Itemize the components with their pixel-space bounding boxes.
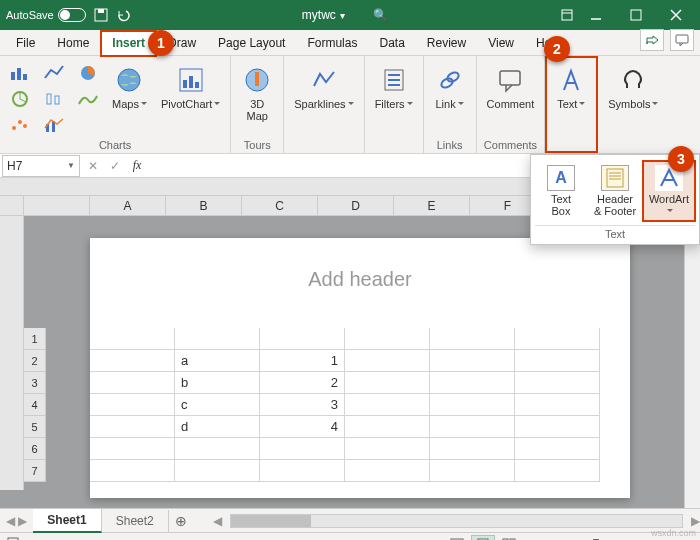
chevron-down-icon[interactable]: ▼ [67,161,75,170]
cell[interactable] [345,416,430,438]
cell[interactable]: 4 [260,416,345,438]
normal-view-button[interactable] [445,535,469,541]
col-header[interactable]: C [242,196,318,216]
cell[interactable] [345,438,430,460]
cell[interactable] [90,438,175,460]
row-header[interactable]: 1 [24,328,46,350]
tab-home[interactable]: Home [47,32,99,55]
cell[interactable]: 1 [260,350,345,372]
tab-data[interactable]: Data [369,32,414,55]
cell[interactable] [260,438,345,460]
filters-button[interactable]: Filters [371,62,417,112]
3dmap-button[interactable]: 3D Map [237,62,277,124]
comment-button[interactable]: Comment [483,62,539,112]
cell[interactable]: 3 [260,394,345,416]
cell[interactable]: c [175,394,260,416]
sparklines-button[interactable]: Sparklines [290,62,357,112]
sheet-tab[interactable]: Sheet2 [102,510,169,532]
minimize-button[interactable] [578,1,614,29]
cell[interactable] [345,460,430,482]
share-button[interactable] [640,29,664,51]
cell[interactable] [430,350,515,372]
chart-combo-icon[interactable] [40,114,68,136]
save-icon[interactable] [94,8,108,22]
cell[interactable] [90,328,175,350]
chart-statistic-icon[interactable] [40,88,68,110]
link-button[interactable]: Link [430,62,470,112]
row-header[interactable]: 6 [24,438,46,460]
cell[interactable] [515,394,600,416]
tab-scroll-left-icon[interactable]: ◀ [213,514,222,528]
cell[interactable] [430,438,515,460]
col-header[interactable]: D [318,196,394,216]
header-footer-button[interactable]: Header & Footer [589,161,641,221]
page-break-view-button[interactable] [497,535,521,541]
undo-icon[interactable] [116,8,130,22]
name-box[interactable]: H7 ▼ [2,155,80,177]
cell[interactable] [430,372,515,394]
col-header[interactable]: E [394,196,470,216]
cell[interactable] [90,372,175,394]
symbols-button[interactable]: Symbols [604,62,662,112]
cell[interactable] [175,438,260,460]
cell[interactable] [90,394,175,416]
close-button[interactable] [658,1,694,29]
row-header[interactable]: 3 [24,372,46,394]
cell[interactable] [260,328,345,350]
sheet-tab[interactable]: Sheet1 [33,509,101,533]
cell[interactable] [175,328,260,350]
chart-pie-icon[interactable] [74,62,102,84]
maximize-button[interactable] [618,1,654,29]
autosave-toggle[interactable]: AutoSave [6,8,86,22]
cell[interactable] [345,394,430,416]
col-header[interactable]: B [166,196,242,216]
cell[interactable]: a [175,350,260,372]
cell[interactable] [515,350,600,372]
insert-function-icon[interactable]: fx [126,158,148,173]
maps-button[interactable]: Maps [108,62,151,112]
chart-scatter-icon[interactable] [6,114,34,136]
chart-hierarchy-icon[interactable] [6,88,34,110]
select-all-corner[interactable] [0,196,24,216]
tab-file[interactable]: File [6,32,45,55]
cell[interactable]: d [175,416,260,438]
chart-surface-icon[interactable] [74,88,102,110]
cell[interactable] [345,372,430,394]
chart-line-icon[interactable] [40,62,68,84]
cell[interactable] [260,460,345,482]
cell[interactable] [515,460,600,482]
sheet-nav-arrows[interactable]: ◀ ▶ [0,514,33,528]
tab-page-layout[interactable]: Page Layout [208,32,295,55]
search-icon[interactable]: 🔍 [373,8,388,22]
cell[interactable] [515,328,600,350]
cell[interactable] [430,416,515,438]
tab-view[interactable]: View [478,32,524,55]
tab-formulas[interactable]: Formulas [297,32,367,55]
cell[interactable] [90,460,175,482]
comments-button[interactable] [670,29,694,51]
cell[interactable] [345,350,430,372]
cancel-formula-icon[interactable]: ✕ [82,159,104,173]
row-header[interactable]: 2 [24,350,46,372]
cell[interactable] [515,438,600,460]
cell[interactable] [90,416,175,438]
text-box-button[interactable]: A Text Box [535,161,587,221]
cell[interactable] [90,350,175,372]
header-placeholder[interactable]: Add header [90,238,630,311]
cell[interactable]: b [175,372,260,394]
cell[interactable] [175,460,260,482]
col-header[interactable]: A [90,196,166,216]
ribbon-display-icon[interactable] [560,8,574,22]
cell[interactable] [345,328,430,350]
horizontal-scrollbar[interactable] [230,514,683,528]
cell[interactable] [430,328,515,350]
cell[interactable] [430,460,515,482]
new-sheet-button[interactable]: ⊕ [169,513,193,529]
cell[interactable] [430,394,515,416]
tab-review[interactable]: Review [417,32,476,55]
row-header[interactable]: 5 [24,416,46,438]
row-header[interactable]: 4 [24,394,46,416]
text-button[interactable]: Text [551,62,591,112]
enter-formula-icon[interactable]: ✓ [104,159,126,173]
toggle-off-icon[interactable] [58,8,86,22]
